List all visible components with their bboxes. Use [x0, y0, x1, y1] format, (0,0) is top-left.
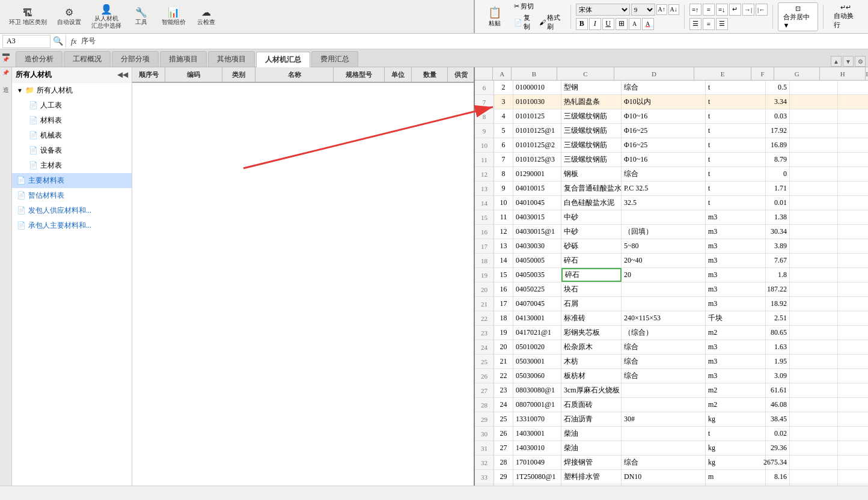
- cell-G[interactable]: [790, 311, 838, 325]
- sheet-row[interactable]: 201604050225块石m3187.22: [475, 282, 868, 297]
- tree-item-machine[interactable]: 📄 机械表: [12, 128, 132, 143]
- bold-button[interactable]: B: [576, 18, 588, 30]
- sheet-row[interactable]: 12801290001钢板综合t0: [475, 167, 868, 181]
- sheet-row[interactable]: 23190417021@1彩钢夹芯板（综合）m280.65: [475, 326, 868, 340]
- font-larger-button[interactable]: A↑: [656, 4, 667, 15]
- cell-E[interactable]: m3: [706, 340, 766, 354]
- col-D-header[interactable]: D: [614, 67, 694, 80]
- cell-E[interactable]: t: [706, 153, 766, 166]
- cell-D[interactable]: 20~40: [622, 254, 706, 267]
- sheet-row[interactable]: 221804130001标准砖240×115×53千块2.51: [475, 311, 868, 326]
- cell-B[interactable]: 04050225: [513, 282, 561, 296]
- cell-A[interactable]: 28: [494, 456, 513, 469]
- cell-F[interactable]: 8.16: [766, 470, 790, 484]
- cell-D[interactable]: 5~80: [622, 239, 706, 253]
- cell-H[interactable]: [838, 470, 868, 484]
- cell-C[interactable]: 柴油: [561, 427, 622, 441]
- cell-B[interactable]: 17010049: [513, 456, 561, 469]
- sheet-row[interactable]: 242005010020松杂原木综合m31.63: [475, 340, 868, 355]
- cell-B[interactable]: 01010125@2: [513, 138, 561, 152]
- cell-G[interactable]: [790, 456, 838, 469]
- cell-H[interactable]: [838, 268, 868, 282]
- cell-E[interactable]: m3: [706, 297, 766, 311]
- cell-B[interactable]: 0417021@1: [513, 326, 561, 340]
- cell-D[interactable]: 综合: [622, 456, 706, 469]
- sheet-row[interactable]: 11701010125@3三级螺纹钢筋Φ10~16t8.79: [475, 153, 868, 167]
- cell-D[interactable]: （回填）: [622, 225, 706, 239]
- cell-F[interactable]: 38.45: [766, 412, 790, 426]
- cell-E[interactable]: t: [706, 196, 766, 210]
- cell-E[interactable]: t: [706, 427, 766, 441]
- cell-F[interactable]: 0.5: [766, 81, 790, 94]
- cell-F[interactable]: 1.63: [766, 340, 790, 354]
- cell-A[interactable]: 12: [494, 225, 513, 239]
- col-H-header[interactable]: H: [820, 67, 866, 80]
- sheet-row[interactable]: 211704070045石屑m318.92: [475, 297, 868, 311]
- sheet-row[interactable]: 312714030010柴油kg29.36: [475, 441, 868, 456]
- cell-A[interactable]: 23: [494, 383, 513, 397]
- font-selector[interactable]: 宋体: [576, 4, 630, 16]
- tree-item-labor[interactable]: 📄 人工表: [12, 98, 132, 113]
- cell-F[interactable]: 1.38: [766, 210, 790, 224]
- cell-D[interactable]: Φ10以内: [622, 95, 706, 109]
- cut-button[interactable]: ✂ 剪切: [512, 1, 536, 11]
- sheet-row[interactable]: 171304030030砂砾5~80m33.89: [475, 239, 868, 254]
- cell-E[interactable]: m3: [706, 225, 766, 239]
- sheet-row[interactable]: 302614030001柴油t0.02: [475, 427, 868, 441]
- cell-H[interactable]: [838, 282, 868, 296]
- cell-H[interactable]: [838, 340, 868, 354]
- cell-A[interactable]: 18: [494, 311, 513, 325]
- cell-F[interactable]: 0.02: [766, 427, 790, 441]
- bg-color-button[interactable]: A: [629, 18, 641, 30]
- cell-E[interactable]: t: [706, 167, 766, 181]
- cell-G[interactable]: [790, 239, 838, 253]
- tree-item-equipment[interactable]: 📄 设备表: [12, 143, 132, 158]
- cell-F[interactable]: 0.01: [766, 196, 790, 210]
- tree-item-main-material-table[interactable]: 📄 主要材料表: [12, 173, 132, 188]
- cell-E[interactable]: t: [706, 81, 766, 94]
- cell-D[interactable]: 20: [622, 268, 706, 282]
- cell-H[interactable]: [838, 383, 868, 397]
- cell-E[interactable]: m2: [706, 326, 766, 340]
- cell-A[interactable]: 27: [494, 441, 513, 455]
- font-color-button[interactable]: A: [642, 18, 654, 30]
- cell-C[interactable]: 白色硅酸盐水泥: [561, 196, 622, 210]
- tree-item-contractor-material[interactable]: 📄 承包人主要材料和...: [12, 218, 132, 233]
- cell-G[interactable]: [790, 81, 838, 94]
- sheet-row[interactable]: 322817010049焊接钢管综合kg2675.34: [475, 456, 868, 470]
- cell-B[interactable]: 01010125@3: [513, 153, 561, 166]
- cell-H[interactable]: [838, 109, 868, 123]
- cell-F[interactable]: 18.92: [766, 297, 790, 311]
- cell-C[interactable]: 中砂: [561, 225, 622, 239]
- cell-G[interactable]: [790, 326, 838, 340]
- cell-C[interactable]: 松杂原木: [561, 340, 622, 354]
- cell-B[interactable]: 04010015: [513, 181, 561, 195]
- nav-up-arrow[interactable]: ▲: [831, 56, 842, 67]
- cell-G[interactable]: [790, 282, 838, 296]
- cell-F[interactable]: 1.71: [766, 181, 790, 195]
- cell-A[interactable]: 19: [494, 326, 513, 340]
- cell-B[interactable]: 08030080@1: [513, 383, 561, 397]
- cell-G[interactable]: [790, 138, 838, 152]
- cell-H[interactable]: [838, 196, 868, 210]
- tab-project-overview[interactable]: 工程概况: [64, 51, 111, 67]
- tools-button[interactable]: 🔧 工具: [127, 2, 156, 31]
- cell-D[interactable]: [622, 441, 706, 455]
- col-I-header[interactable]: I: [866, 67, 868, 80]
- cell-H[interactable]: [838, 167, 868, 181]
- cell-D[interactable]: 30#: [622, 412, 706, 426]
- font-size-selector[interactable]: 9: [631, 4, 655, 16]
- cell-C[interactable]: 碎石: [561, 254, 622, 267]
- cell-B[interactable]: 13310070: [513, 412, 561, 426]
- cell-C[interactable]: 三级螺纹钢筋: [561, 153, 622, 166]
- cell-B[interactable]: 04010045: [513, 196, 561, 210]
- cell-F[interactable]: 2.51: [766, 311, 790, 325]
- cell-H[interactable]: [838, 95, 868, 109]
- sheet-row[interactable]: 141004010045白色硅酸盐水泥32.5t0.01: [475, 196, 868, 210]
- cell-C[interactable]: 型钢: [561, 81, 622, 94]
- sheet-row[interactable]: 272308030080@13cm厚麻石火烧板m261.61: [475, 383, 868, 398]
- cell-H[interactable]: [838, 427, 868, 441]
- cell-G[interactable]: [790, 355, 838, 368]
- cell-A[interactable]: 9: [494, 181, 513, 195]
- cell-B[interactable]: 08070001@1: [513, 398, 561, 412]
